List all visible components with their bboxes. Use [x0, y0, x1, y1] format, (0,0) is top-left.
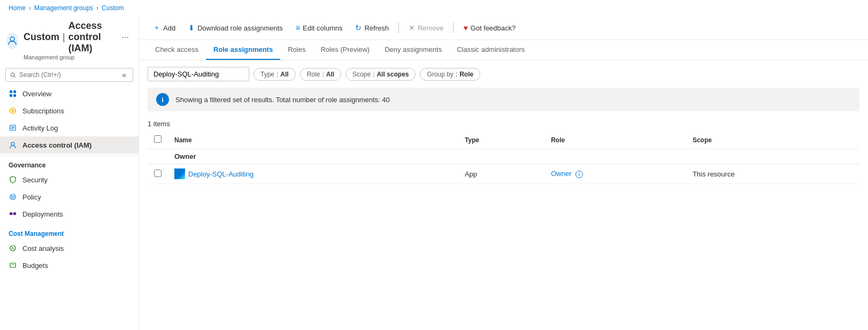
svg-point-14	[10, 194, 16, 199]
tab-check-access[interactable]: Check access	[148, 40, 206, 60]
role-filter-chip[interactable]: Role : All	[300, 68, 341, 81]
role-filter-value: All	[326, 71, 334, 78]
refresh-icon: ↻	[355, 24, 362, 32]
nav-label-policy: Policy	[22, 193, 41, 201]
role-info-icon[interactable]: i	[575, 171, 583, 178]
type-filter-label: Type	[260, 71, 274, 78]
items-count: 1 items	[148, 116, 859, 131]
feedback-icon: ♥	[463, 24, 467, 32]
toolbar: ＋ Add ⬇ Download role assignments ≡ Edit…	[139, 16, 868, 40]
svg-rect-6	[13, 94, 16, 97]
app-icon	[174, 168, 185, 179]
nav-label-subscriptions: Subscriptions	[22, 107, 64, 115]
table-area: 1 items Name Type Role Scope Owner	[139, 116, 868, 184]
svg-rect-20	[10, 263, 16, 267]
security-icon	[9, 175, 17, 184]
nav-item-security[interactable]: Security	[0, 171, 139, 188]
col-scope: Scope	[686, 131, 859, 149]
nav-label-deployments: Deployments	[22, 210, 63, 218]
cost-analysis-icon	[9, 244, 17, 252]
breadcrumb-custom[interactable]: Custom	[102, 4, 124, 12]
tabs-bar: Check access Role assignments Roles Role…	[139, 40, 868, 60]
row-role-link[interactable]: Owner	[551, 170, 571, 178]
page-subtitle: Access control (IAM)	[68, 20, 116, 54]
svg-rect-5	[10, 94, 12, 97]
subscriptions-icon	[9, 106, 17, 115]
access-control-icon	[9, 141, 17, 149]
tab-deny-assignments[interactable]: Deny assignments	[377, 40, 449, 60]
nav-item-budgets[interactable]: Budgets	[0, 257, 139, 274]
sidebar: Custom | Access control (IAM) ··· Manage…	[0, 16, 139, 330]
scope-filter-label: Scope	[352, 71, 371, 78]
tab-role-assignments[interactable]: Role assignments	[206, 40, 280, 60]
table-header-row: Name Type Role Scope	[148, 131, 859, 149]
nav-label-budgets: Budgets	[22, 262, 48, 270]
toolbar-divider	[398, 22, 399, 33]
search-input[interactable]	[19, 71, 117, 79]
tab-classic-administrators[interactable]: Classic administrators	[449, 40, 532, 60]
nav-item-deployments[interactable]: Deployments	[0, 205, 139, 222]
nav-label-cost-analysis: Cost analysis	[22, 244, 64, 252]
search-icon	[10, 72, 16, 79]
row-role-cell: Owner i	[544, 164, 686, 184]
sidebar-header: Custom | Access control (IAM) ··· Manage…	[0, 16, 139, 65]
nav-item-policy[interactable]: Policy	[0, 188, 139, 205]
remove-button[interactable]: ✕ Remove	[403, 21, 449, 35]
remove-icon: ✕	[409, 24, 415, 32]
scope-filter-value: All scopes	[377, 71, 409, 78]
row-checkbox[interactable]	[154, 170, 162, 177]
nav-label-overview: Overview	[22, 90, 51, 98]
tab-roles-preview[interactable]: Roles (Preview)	[313, 40, 377, 60]
add-button[interactable]: ＋ Add	[148, 20, 181, 35]
row-name-link[interactable]: Deploy-SQL-Auditing	[188, 170, 254, 178]
group-by-filter-chip[interactable]: Group by : Role	[420, 68, 480, 81]
role-filter-label: Role	[307, 71, 320, 78]
policy-icon	[9, 193, 17, 201]
group-row-owner: Owner	[148, 149, 859, 164]
row-scope-cell: This resource	[686, 164, 859, 184]
page-ellipsis[interactable]: ···	[119, 33, 132, 42]
col-type: Type	[458, 131, 544, 149]
collapse-button[interactable]: «	[120, 71, 128, 79]
col-role: Role	[544, 131, 686, 149]
tab-roles[interactable]: Roles	[280, 40, 313, 60]
nav-label-activity-log: Activity Log	[22, 124, 58, 132]
nav-item-cost-analysis[interactable]: Cost analysis	[0, 240, 139, 257]
row-type-cell: App	[458, 164, 544, 184]
svg-line-2	[14, 76, 16, 78]
nav-item-overview[interactable]: Overview	[0, 85, 139, 102]
cost-management-section-header: Cost Management	[0, 225, 139, 240]
type-filter-chip[interactable]: Type : All	[254, 68, 296, 81]
col-name: Name	[168, 131, 458, 149]
nav-item-subscriptions[interactable]: Subscriptions	[0, 102, 139, 119]
breadcrumb-management-groups[interactable]: Management groups	[34, 4, 93, 12]
group-by-filter-label: Group by	[427, 71, 453, 78]
svg-point-13	[11, 142, 14, 145]
svg-rect-17	[13, 212, 16, 215]
toolbar-divider-2	[453, 22, 454, 33]
select-all-checkbox[interactable]	[154, 135, 162, 143]
scope-filter-chip[interactable]: Scope : All scopes	[345, 68, 416, 81]
type-filter-value: All	[280, 71, 288, 78]
info-banner: i Showing a filtered set of results. Tot…	[148, 88, 859, 111]
svg-rect-4	[13, 90, 16, 93]
nav-item-activity-log[interactable]: Activity Log	[0, 119, 139, 136]
activity-log-icon	[9, 124, 17, 132]
svg-point-19	[10, 245, 16, 251]
search-box[interactable]: «	[5, 68, 133, 82]
feedback-button[interactable]: ♥ Got feedback?	[458, 21, 521, 35]
edit-columns-button[interactable]: ≡ Edit columns	[290, 21, 348, 35]
breadcrumb-home[interactable]: Home	[9, 4, 26, 12]
svg-rect-16	[10, 212, 12, 215]
columns-icon: ≡	[296, 24, 300, 32]
role-assignments-table: Name Type Role Scope Owner	[148, 131, 859, 184]
download-button[interactable]: ⬇ Download role assignments	[183, 21, 288, 35]
nav-item-access-control[interactable]: Access control (IAM)	[0, 136, 139, 154]
svg-point-8	[12, 110, 14, 112]
group-by-filter-value: Role	[459, 71, 473, 78]
refresh-button[interactable]: ↻ Refresh	[350, 21, 394, 35]
breadcrumb: Home › Management groups › Custom	[0, 0, 868, 16]
budgets-icon	[9, 261, 17, 270]
filter-search-input[interactable]	[148, 67, 249, 81]
page-title: Custom	[24, 32, 59, 43]
